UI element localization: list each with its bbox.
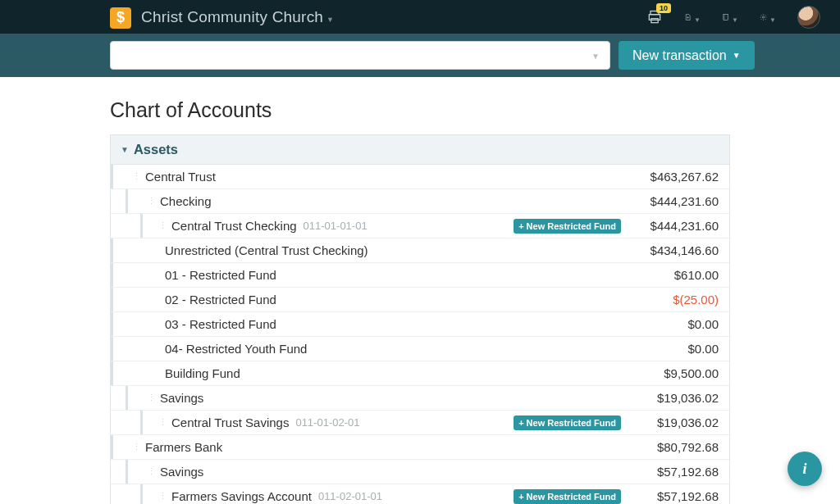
chevron-down-icon: ▼ — [732, 16, 738, 24]
account-row[interactable]: 03 - Restricted Fund$0.00 — [111, 312, 729, 337]
account-row[interactable]: Building Fund$9,500.00 — [111, 361, 729, 386]
new-restricted-fund-button[interactable]: +New Restricted Fund — [514, 489, 621, 504]
account-row[interactable]: ⋮⋮Checking$444,231.60 — [111, 189, 729, 214]
chevron-down-icon: ▼ — [769, 16, 776, 24]
drag-handle-icon[interactable]: ⋮⋮ — [132, 171, 140, 182]
chevron-down-icon: ▼ — [326, 16, 334, 24]
account-code: 011-02-01-01 — [318, 490, 382, 502]
plus-icon: + — [518, 418, 523, 428]
account-name: Farmers Bank — [145, 440, 222, 454]
account-name: Central Trust Savings — [171, 415, 289, 429]
plus-icon: + — [518, 492, 523, 502]
new-restricted-fund-label: New Restricted Fund — [527, 418, 616, 428]
group-header-assets[interactable]: ▼ Assets — [111, 135, 729, 165]
account-name: Checking — [160, 194, 212, 208]
account-amount: $444,231.60 — [639, 194, 729, 208]
account-row[interactable]: ⋮⋮Farmers Savings Account011-02-01-01+Ne… — [111, 484, 729, 504]
account-amount: $19,036.02 — [639, 391, 729, 405]
account-amount: $19,036.02 — [639, 415, 729, 429]
account-amount: $444,231.60 — [639, 219, 729, 233]
account-amount: $0.00 — [639, 342, 729, 356]
print-icon[interactable]: 10 — [646, 9, 663, 25]
topbar-actions: 10 ▼ ▼ ▼ — [646, 6, 820, 29]
account-amount: $463,267.62 — [639, 170, 729, 184]
brand-logo-icon: $ — [110, 7, 131, 29]
new-restricted-fund-label: New Restricted Fund — [527, 221, 616, 231]
account-name: Savings — [160, 465, 203, 479]
account-row[interactable]: ⋮⋮Central Trust$463,267.62 — [111, 165, 729, 189]
svg-point-7 — [762, 16, 764, 17]
help-fab[interactable]: i — [788, 452, 822, 486]
new-restricted-fund-label: New Restricted Fund — [527, 492, 616, 502]
account-name: Savings — [160, 391, 203, 405]
svg-rect-2 — [651, 18, 658, 22]
account-amount: $(25.00) — [639, 293, 729, 306]
accounts-panel: ▼ Assets ⋮⋮Central Trust$463,267.62⋮⋮Che… — [110, 134, 730, 504]
info-icon: i — [802, 461, 806, 478]
gear-icon[interactable]: ▼ — [760, 9, 776, 25]
account-amount: $80,792.68 — [639, 440, 729, 454]
account-amount: $9,500.00 — [639, 366, 729, 380]
account-name: Unrestricted (Central Trust Checking) — [165, 243, 368, 257]
account-code: 011-01-01-01 — [304, 220, 368, 232]
account-row[interactable]: ⋮⋮Farmers Bank$80,792.68 — [111, 435, 729, 460]
drag-handle-icon[interactable]: ⋮⋮ — [158, 491, 167, 502]
sub-toolbar: ▼ New transaction ▼ — [0, 34, 840, 77]
account-amount: $610.00 — [639, 268, 729, 282]
account-row[interactable]: ⋮⋮Central Trust Savings011-01-02-01+New … — [111, 411, 729, 435]
account-row[interactable]: ⋮⋮Savings$19,036.02 — [111, 386, 729, 411]
account-name: 03 - Restricted Fund — [165, 317, 276, 331]
chevron-down-icon: ▼ — [121, 145, 129, 154]
account-name: Central Trust — [145, 170, 216, 184]
new-transaction-button[interactable]: New transaction ▼ — [619, 41, 755, 70]
new-doc-icon[interactable]: ▼ — [684, 9, 701, 25]
group-label: Assets — [134, 142, 178, 157]
chevron-down-icon: ▼ — [694, 16, 701, 24]
notification-badge: 10 — [656, 3, 671, 13]
account-row[interactable]: ⋮⋮Savings$57,192.68 — [111, 460, 729, 484]
account-name: Central Trust Checking — [171, 219, 297, 233]
bookmark-icon[interactable]: ▼ — [722, 9, 738, 25]
account-row[interactable]: Unrestricted (Central Trust Checking)$43… — [111, 238, 729, 263]
drag-handle-icon[interactable]: ⋮⋮ — [147, 466, 155, 477]
drag-handle-icon[interactable]: ⋮⋮ — [132, 442, 140, 452]
account-amount: $57,192.68 — [639, 489, 729, 503]
account-row[interactable]: ⋮⋮Central Trust Checking011-01-01-01+New… — [111, 214, 729, 238]
account-name: 04- Restricted Youth Fund — [165, 342, 307, 356]
account-row[interactable]: 02 - Restricted Fund$(25.00) — [111, 288, 729, 312]
account-row[interactable]: 04- Restricted Youth Fund$0.00 — [111, 337, 729, 361]
new-transaction-label: New transaction — [632, 48, 727, 63]
brand-name: Christ Community Church — [141, 8, 323, 26]
new-restricted-fund-button[interactable]: +New Restricted Fund — [514, 219, 621, 234]
account-code: 011-01-02-01 — [295, 416, 359, 429]
account-amount: $0.00 — [639, 317, 729, 331]
account-name: Farmers Savings Account — [171, 489, 312, 503]
plus-icon: + — [518, 221, 523, 231]
account-amount: $434,146.60 — [639, 243, 729, 257]
brand-area[interactable]: $ Christ Community Church ▼ — [110, 6, 334, 29]
chevron-down-icon: ▼ — [591, 51, 600, 60]
drag-handle-icon[interactable]: ⋮⋮ — [147, 393, 155, 403]
page-title: Chart of Accounts — [110, 98, 730, 122]
account-name: 01 - Restricted Fund — [165, 268, 276, 282]
account-select[interactable]: ▼ — [110, 41, 610, 70]
account-amount: $57,192.68 — [639, 465, 729, 479]
top-navbar: $ Christ Community Church ▼ 10 ▼ ▼ ▼ — [0, 0, 840, 34]
account-name: Building Fund — [165, 366, 240, 380]
account-row[interactable]: 01 - Restricted Fund$610.00 — [111, 263, 729, 288]
account-name: 02 - Restricted Fund — [165, 293, 276, 306]
drag-handle-icon[interactable]: ⋮⋮ — [147, 196, 155, 207]
drag-handle-icon[interactable]: ⋮⋮ — [158, 417, 167, 428]
avatar[interactable] — [797, 6, 820, 29]
new-restricted-fund-button[interactable]: +New Restricted Fund — [514, 415, 621, 430]
drag-handle-icon[interactable]: ⋮⋮ — [158, 220, 167, 231]
chevron-down-icon: ▼ — [733, 51, 741, 60]
